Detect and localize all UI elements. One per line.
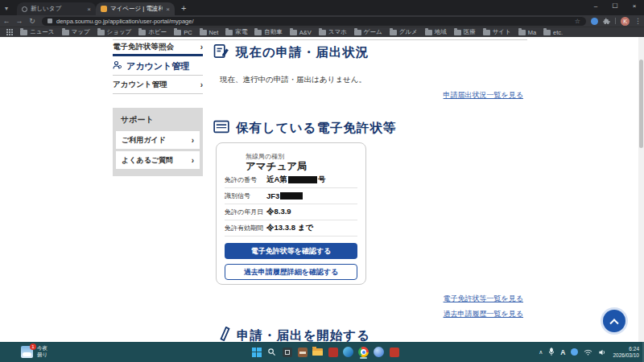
folder-icon bbox=[174, 30, 181, 35]
windows-logo-icon bbox=[252, 348, 262, 357]
extension-icon[interactable] bbox=[591, 18, 598, 25]
folder-icon bbox=[390, 30, 397, 35]
bookmark-item[interactable]: Net bbox=[200, 29, 219, 36]
tab-mypage-active[interactable]: マイページ | 電波利用電子申請 × bbox=[96, 2, 175, 15]
bookmark-label: 自動車 bbox=[264, 28, 283, 36]
bookmark-label: グルメ bbox=[399, 28, 418, 36]
bookmark-item[interactable]: PC bbox=[174, 29, 192, 36]
license-expiry-row: 免許有効期間 令13.3.8 まで bbox=[225, 220, 357, 237]
bookmark-label: Net bbox=[209, 29, 219, 36]
folder-icon bbox=[354, 30, 361, 35]
callsign-row: 識別信号 JF3 bbox=[225, 188, 357, 204]
heading-text: 現在の申請・届出状況 bbox=[236, 44, 369, 61]
bookmark-item[interactable]: ショップ bbox=[97, 28, 132, 36]
start-button[interactable] bbox=[250, 345, 262, 359]
taskbar-center-icons bbox=[250, 345, 400, 359]
update-tray-icon[interactable] bbox=[571, 348, 578, 356]
sidebar-item-user-guide[interactable]: ご利用ガイド › bbox=[116, 131, 200, 149]
bookmark-item[interactable]: A&V bbox=[290, 29, 312, 36]
folder-icon bbox=[97, 30, 105, 35]
tab-close-icon[interactable]: × bbox=[166, 6, 170, 13]
scrollbar-thumb[interactable] bbox=[639, 60, 643, 148]
bookmark-item[interactable]: 自動車 bbox=[254, 28, 283, 36]
bookmark-item[interactable]: ホビー bbox=[138, 28, 167, 36]
bookmark-star-icon[interactable]: ☆ bbox=[575, 18, 580, 25]
store-app-button[interactable] bbox=[296, 345, 308, 359]
task-view-button[interactable] bbox=[281, 345, 293, 359]
search-button[interactable] bbox=[266, 345, 278, 359]
edge-button[interactable] bbox=[342, 345, 354, 359]
new-tab-button[interactable]: + bbox=[181, 4, 186, 13]
application-status-list-link[interactable]: 申請届出状況一覧を見る bbox=[444, 90, 523, 101]
scroll-to-top-button[interactable] bbox=[603, 310, 625, 332]
bookmark-item[interactable]: 地域 bbox=[425, 28, 447, 36]
folder-icon bbox=[543, 30, 551, 35]
sidebar-item-faq[interactable]: よくあるご質問 › bbox=[116, 151, 200, 169]
bookmark-label: Ma bbox=[528, 29, 536, 36]
heading-text: 保有している電子免許状等 bbox=[236, 120, 396, 137]
bookmark-label: ショップ bbox=[107, 28, 132, 36]
tab-search-icon[interactable]: ▾ bbox=[5, 5, 8, 12]
weather-widget[interactable]: 1 今夜 曇り bbox=[21, 345, 47, 358]
blue-app-button[interactable] bbox=[373, 345, 385, 359]
license-list-link[interactable]: 電子免許状等一覧を見る bbox=[444, 294, 523, 304]
weather-icon: 1 bbox=[21, 346, 33, 358]
file-explorer-button[interactable] bbox=[312, 345, 324, 359]
blue-sphere-app-icon bbox=[374, 347, 384, 357]
bookmark-item[interactable]: 医療 bbox=[454, 28, 476, 36]
chevron-right-icon: › bbox=[200, 43, 203, 51]
sidebar-item-license-inquiry[interactable]: 電子免許状等照会 › bbox=[113, 40, 203, 53]
forward-icon[interactable]: → bbox=[13, 15, 26, 27]
row-value: 令13.3.8 まで bbox=[266, 223, 313, 233]
bookmark-item[interactable]: サイト bbox=[483, 28, 511, 36]
search-icon bbox=[267, 348, 276, 356]
red-document-app-button[interactable] bbox=[388, 345, 400, 359]
bookmark-item[interactable]: etc. bbox=[543, 29, 563, 36]
past-application-detail-button[interactable]: 過去申請履歴詳細を確認する bbox=[225, 264, 357, 280]
apps-grid-icon[interactable] bbox=[6, 29, 13, 35]
microphone-icon[interactable] bbox=[548, 345, 555, 360]
back-icon[interactable]: ← bbox=[0, 15, 13, 27]
confirm-license-button[interactable]: 電子免許状等を確認する bbox=[225, 243, 357, 259]
chrome-button[interactable] bbox=[357, 345, 369, 359]
past-application-list-link[interactable]: 過去申請履歴一覧を見る bbox=[444, 309, 523, 319]
tab-close-icon[interactable]: × bbox=[87, 6, 91, 13]
folder-icon bbox=[138, 30, 146, 35]
reload-icon[interactable]: ↻ bbox=[26, 15, 39, 27]
maximize-button[interactable]: ☐ bbox=[605, 0, 625, 11]
row-label: 免許の年月日 bbox=[225, 208, 266, 216]
sidebar-item-label: ご利用ガイド bbox=[122, 135, 166, 146]
wifi-icon[interactable] bbox=[584, 345, 592, 360]
bookmark-label: スマホ bbox=[328, 28, 347, 36]
sidebar-divider bbox=[113, 93, 203, 94]
tab-new-tab[interactable]: 新しいタブ × bbox=[17, 2, 96, 15]
minimize-button[interactable]: – bbox=[586, 0, 605, 11]
profile-avatar[interactable]: K bbox=[621, 17, 630, 26]
sidebar-divider bbox=[113, 75, 203, 76]
bookmark-label: ニュース bbox=[30, 28, 55, 36]
address-bar[interactable]: denpa.soumu.go.jp/application/user-porta… bbox=[42, 17, 586, 26]
menu-kebab-icon[interactable]: ⋮ bbox=[634, 17, 642, 25]
bookmark-item[interactable]: 家電 bbox=[225, 28, 247, 36]
close-button[interactable]: × bbox=[625, 0, 644, 11]
bookmark-item[interactable]: Ma bbox=[518, 29, 536, 36]
bookmark-item[interactable]: マップ bbox=[62, 28, 90, 36]
bookmark-item[interactable]: ニュース bbox=[20, 28, 55, 36]
edge-icon bbox=[343, 347, 353, 357]
red-app-button[interactable] bbox=[327, 345, 339, 359]
volume-icon[interactable] bbox=[598, 345, 607, 360]
bookmark-item[interactable]: スマホ bbox=[319, 28, 347, 36]
site-icon bbox=[47, 19, 52, 23]
bookmark-item[interactable]: グルメ bbox=[390, 28, 418, 36]
bookmark-item[interactable]: ゲーム bbox=[354, 28, 382, 36]
clock[interactable]: 6:24 2026/03/10 bbox=[613, 346, 639, 359]
current-status-heading: 現在の申請・届出状況 bbox=[213, 43, 369, 62]
tray-expand-icon[interactable]: ∧ bbox=[539, 349, 543, 356]
page-scrollbar[interactable] bbox=[638, 37, 644, 342]
redacted-value bbox=[280, 192, 303, 200]
folder-icon bbox=[483, 30, 490, 35]
ime-indicator[interactable]: A bbox=[560, 348, 565, 356]
sidebar-item-account-management[interactable]: アカウント管理 › bbox=[113, 78, 203, 91]
chrome-icon bbox=[358, 347, 369, 357]
person-gear-icon bbox=[113, 60, 122, 72]
